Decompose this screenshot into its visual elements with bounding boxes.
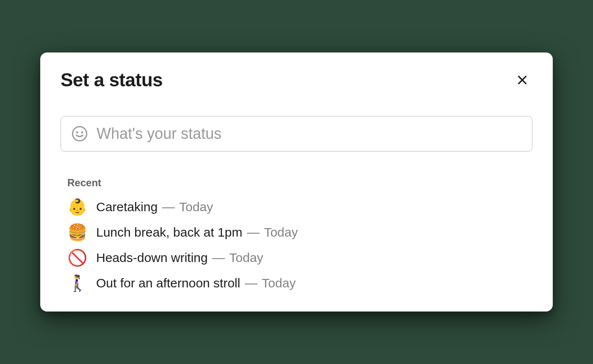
- recent-item-separator: —: [162, 200, 175, 214]
- status-input-container: [61, 116, 532, 152]
- recent-item-separator: —: [247, 225, 260, 239]
- smiley-icon: [71, 125, 88, 142]
- recent-item-label: Out for an afternoon stroll: [96, 276, 240, 290]
- recent-item-time: Today: [264, 225, 298, 239]
- hamburger-emoji-icon: 🍔: [67, 224, 86, 240]
- svg-point-3: [77, 132, 78, 133]
- status-input[interactable]: [97, 125, 522, 143]
- svg-point-4: [82, 132, 83, 133]
- recent-item-label: Lunch break, back at 1pm: [96, 225, 242, 239]
- recent-item-label: Heads-down writing: [96, 251, 208, 265]
- walking-emoji-icon: 🚶‍♀️: [67, 275, 86, 291]
- recent-item-time: Today: [229, 251, 263, 265]
- emoji-picker-button[interactable]: [71, 125, 88, 142]
- recent-status-item[interactable]: 🚶‍♀️ Out for an afternoon stroll — Today: [67, 275, 532, 291]
- recent-item-text: Out for an afternoon stroll — Today: [96, 276, 296, 291]
- set-status-dialog: Set a status Recent 👶 Caretaking: [40, 52, 553, 312]
- dialog-title: Set a status: [61, 69, 163, 91]
- close-button[interactable]: [512, 70, 532, 90]
- recent-list: 👶 Caretaking — Today 🍔 Lunch break, back…: [67, 199, 532, 291]
- dialog-header: Set a status: [61, 69, 532, 91]
- recent-item-label: Caretaking: [96, 200, 158, 214]
- recent-status-item[interactable]: 🍔 Lunch break, back at 1pm — Today: [67, 224, 532, 240]
- no-entry-emoji-icon: 🚫: [67, 250, 86, 266]
- recent-item-time: Today: [179, 200, 213, 214]
- recent-item-text: Heads-down writing — Today: [96, 250, 263, 265]
- recent-item-text: Lunch break, back at 1pm — Today: [96, 225, 298, 240]
- recent-item-separator: —: [245, 276, 258, 290]
- close-icon: [515, 73, 529, 87]
- recent-status-item[interactable]: 🚫 Heads-down writing — Today: [67, 250, 532, 266]
- recent-item-text: Caretaking — Today: [96, 199, 213, 215]
- svg-point-2: [72, 127, 86, 141]
- recent-section: Recent 👶 Caretaking — Today 🍔 Lunch brea…: [61, 177, 532, 291]
- recent-status-item[interactable]: 👶 Caretaking — Today: [67, 199, 532, 215]
- recent-item-time: Today: [262, 276, 296, 290]
- baby-emoji-icon: 👶: [67, 199, 86, 215]
- recent-heading: Recent: [67, 177, 532, 189]
- recent-item-separator: —: [212, 251, 225, 265]
